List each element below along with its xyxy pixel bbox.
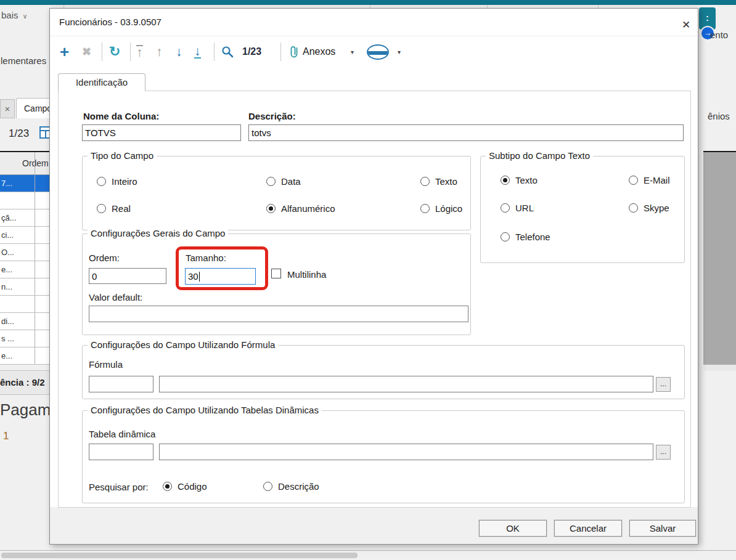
bg-right-panel xyxy=(703,151,736,365)
table-row[interactable]: 7... xyxy=(0,175,49,192)
multilinha-label: Multilinha xyxy=(287,269,326,280)
table-row[interactable]: s ... xyxy=(0,330,49,347)
bg-page-number: 1 xyxy=(3,430,9,442)
bg-table-column-divider xyxy=(35,152,35,365)
dialog-title: Funcionários - 03.9.0507 xyxy=(59,17,162,27)
tab-identificacao[interactable]: Identificação xyxy=(58,73,145,91)
pesquisar-por-label: Pesquisar por: xyxy=(89,482,149,492)
formula-label: Fórmula xyxy=(89,359,123,370)
previous-record-button[interactable]: ↑ xyxy=(156,38,163,65)
table-row[interactable]: di... xyxy=(0,313,49,330)
table-row[interactable]: n... xyxy=(0,278,49,296)
anexos-button[interactable]: Anexos xyxy=(303,38,335,65)
toolbar-separator xyxy=(280,43,281,61)
radio-icon xyxy=(501,232,510,241)
radio-icon xyxy=(629,176,638,185)
radio-skype[interactable]: Skype xyxy=(629,203,669,213)
multilinha-checkbox[interactable] xyxy=(271,269,281,278)
radio-subtipo-texto[interactable]: Texto xyxy=(501,175,538,185)
formula-browse-button[interactable]: ... xyxy=(656,377,671,392)
radio-telefone[interactable]: Telefone xyxy=(501,232,550,242)
add-record-button[interactable]: + xyxy=(60,38,69,65)
bg-label-ento: ento xyxy=(710,30,728,40)
anexos-dropdown-icon[interactable]: ▾ xyxy=(351,38,354,65)
radio-logico[interactable]: Lógico xyxy=(420,203,462,214)
radio-icon xyxy=(420,177,430,186)
table-row[interactable] xyxy=(0,192,49,209)
table-row[interactable]: e... xyxy=(0,261,49,278)
ok-button[interactable]: OK xyxy=(479,520,547,537)
cancel-button[interactable]: Cancelar xyxy=(554,520,622,537)
nome-coluna-input[interactable] xyxy=(82,124,241,141)
save-button[interactable]: Salvar xyxy=(629,520,696,537)
dialog-toolbar: + ✖ ↻ ↑ ↑ ↓ ↓ 1/23 Anexos ▾ ▾ xyxy=(50,38,698,65)
radio-icon xyxy=(501,176,510,185)
ordem-input[interactable] xyxy=(89,268,166,284)
radio-icon xyxy=(266,177,276,186)
subtipo-texto-group: Subtipo do Campo Texto Texto E-Mail URL … xyxy=(480,156,685,263)
radio-inteiro[interactable]: Inteiro xyxy=(97,176,137,187)
radio-data[interactable]: Data xyxy=(266,176,301,187)
formula-code-input[interactable] xyxy=(89,376,153,392)
paperclip-icon[interactable] xyxy=(289,38,299,65)
descricao-label: Descrição: xyxy=(248,111,296,121)
radio-real[interactable]: Real xyxy=(97,203,131,214)
bg-dropdown-globais[interactable]: bais∨ xyxy=(1,10,28,20)
bg-label-enios: ênios xyxy=(708,111,730,121)
radio-texto[interactable]: Texto xyxy=(420,176,457,187)
radio-icon xyxy=(97,204,106,213)
table-row[interactable] xyxy=(0,296,49,313)
table-row[interactable]: O... xyxy=(0,244,49,261)
bg-status-bar: ência : 9/2 xyxy=(0,370,49,395)
table-row[interactable]: e... xyxy=(0,347,49,365)
record-counter: 1/23 xyxy=(242,38,261,65)
disc-dropdown-icon[interactable]: ▾ xyxy=(398,38,401,65)
tabela-code-input[interactable] xyxy=(89,444,153,460)
last-record-button[interactable]: ↓ xyxy=(194,38,201,65)
table-row[interactable]: ci... xyxy=(0,227,49,244)
chevron-down-icon: ∨ xyxy=(23,12,28,20)
tabela-dinamica-label: Tabela dinâmica xyxy=(89,429,155,439)
radio-alfanumerico[interactable]: Alfanumérico xyxy=(266,203,335,214)
config-gerais-group: Configurações Gerais do Campo Ordem: Tam… xyxy=(82,233,471,335)
valor-default-label: Valor default: xyxy=(89,292,142,302)
red-highlight-annotation xyxy=(176,246,268,290)
delete-record-button[interactable]: ✖ xyxy=(82,38,91,65)
radio-url[interactable]: URL xyxy=(501,203,534,213)
radio-icon xyxy=(163,482,172,491)
radio-descricao[interactable]: Descrição xyxy=(263,481,319,492)
title-divider xyxy=(50,36,698,36)
tabela-browse-button[interactable]: ... xyxy=(656,445,671,460)
bg-table-header[interactable]: Ordem xyxy=(0,152,49,175)
next-record-button[interactable]: ↓ xyxy=(176,38,182,65)
refresh-button[interactable]: ↻ xyxy=(109,38,120,65)
radio-icon xyxy=(420,204,430,213)
bg-record-counter: 1/23 xyxy=(9,128,29,140)
bg-label-complementares: lementares xyxy=(1,55,46,66)
totvs-disc-icon[interactable] xyxy=(367,38,389,65)
subtipo-texto-title: Subtipo do Campo Texto xyxy=(486,150,593,161)
formula-desc-input[interactable] xyxy=(159,376,653,392)
radio-email[interactable]: E-Mail xyxy=(629,175,670,185)
first-record-button[interactable]: ↑ xyxy=(136,38,143,65)
tabela-desc-input[interactable] xyxy=(159,444,653,460)
horizontal-scrollbar-thumb[interactable] xyxy=(1,553,358,558)
radio-icon xyxy=(263,482,272,491)
bg-section-title: Pagamen xyxy=(0,400,49,420)
config-tabelas-title: Configurações do Campo Utilizando Tabela… xyxy=(88,405,322,415)
table-row[interactable]: çã... xyxy=(0,209,49,227)
tipo-campo-title: Tipo do Campo xyxy=(88,150,157,161)
config-formula-title: Configurações do Campo Utilizando Fórmul… xyxy=(88,339,278,350)
close-icon[interactable]: ✕ xyxy=(677,17,695,34)
bg-table: 7... çã... ci... O... e... n... di... s … xyxy=(0,175,49,365)
radio-icon xyxy=(501,203,510,213)
ordem-label: Ordem: xyxy=(89,253,120,263)
descricao-input[interactable] xyxy=(248,124,684,141)
search-icon[interactable] xyxy=(221,38,234,65)
radio-codigo[interactable]: Código xyxy=(163,481,207,492)
bg-tab-close-button[interactable]: × xyxy=(0,99,15,118)
tipo-campo-group: Tipo do Campo Inteiro Data Texto Real Al… xyxy=(82,156,471,230)
valor-default-input[interactable] xyxy=(89,306,468,322)
toolbar-separator xyxy=(130,43,131,61)
dialog-footer: OK Cancelar Salvar xyxy=(50,507,698,544)
